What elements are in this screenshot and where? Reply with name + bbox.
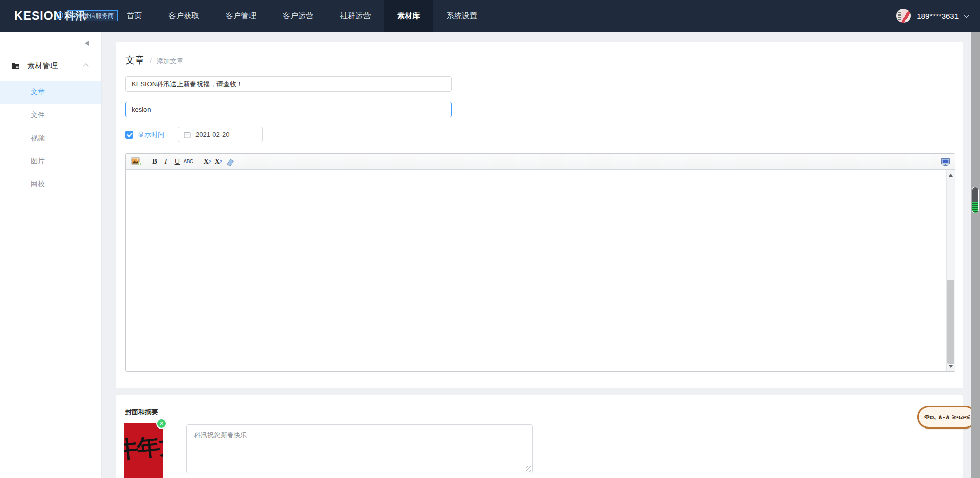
monitor-icon [941, 158, 950, 166]
badge-label: 企业微信服务商 [67, 10, 118, 21]
keyword-input[interactable]: kesion [125, 102, 452, 117]
insert-image-button[interactable] [130, 156, 141, 168]
remove-format-button[interactable] [224, 156, 235, 168]
main-nav: 首页 客户获取 客户管理 客户运营 社群运营 素材库 系统设置 [113, 0, 491, 32]
toolbar-separator [198, 157, 198, 166]
kaomoji-text: Φo, ∧-∧ ≥•ω•≤ [924, 413, 970, 421]
toolbar-separator [145, 157, 145, 166]
subscript-button[interactable]: X2 [213, 156, 224, 168]
sidebar-item-online-school[interactable]: 网校 [0, 172, 101, 195]
chevron-up-icon [83, 63, 88, 69]
cover-image[interactable]: 牛年大吉 [124, 423, 163, 478]
nav-item-customer-management[interactable]: 客户管理 [212, 0, 270, 32]
page-scrollbar[interactable] [971, 32, 980, 478]
page-scrollbar-thumb[interactable] [972, 187, 979, 213]
breadcrumb-separator: / [150, 57, 152, 65]
breadcrumb-current: 添加文章 [157, 57, 183, 66]
user-phone: 189****3631 [917, 12, 959, 20]
keyword-input-value: kesion [132, 106, 151, 113]
show-time-checkbox[interactable] [125, 131, 133, 139]
sidebar-menu: 文章 文件 视频 图片 网校 [0, 81, 101, 195]
nav-item-home[interactable]: 首页 [113, 0, 155, 32]
editor-scrollbar-thumb[interactable] [947, 280, 954, 364]
nav-item-material-library[interactable]: 素材库 [384, 0, 433, 32]
superscript-base: X [204, 158, 209, 166]
superscript-button[interactable]: X2 [202, 156, 213, 168]
editor-content[interactable] [126, 170, 946, 371]
cover-image-text: 牛年大吉 [124, 424, 163, 466]
rich-text-editor: B I U ABC X2 X2 [125, 153, 955, 372]
scroll-up-button[interactable] [947, 171, 955, 179]
sidebar-group-material-management[interactable]: 素材管理 [0, 58, 101, 73]
strikethrough-button[interactable]: ABC [183, 156, 194, 168]
screen: { "colors": { "accent": "#3f9bfb", "navb… [0, 0, 980, 478]
calendar-icon [184, 131, 191, 138]
triangle-down-icon [949, 365, 953, 368]
fullscreen-button[interactable] [940, 156, 951, 168]
editor-scrollbar [946, 170, 955, 371]
image-icon [131, 157, 141, 166]
sidebar-item-images[interactable]: 图片 [0, 149, 101, 172]
subscript-exp: 2 [220, 159, 223, 164]
wechat-service-badge: 企业微信服务商 [55, 10, 118, 22]
show-time-row: 显示时间 2021-02-20 [125, 127, 263, 142]
remove-cover-button[interactable]: ✕ [156, 418, 167, 429]
breadcrumb-section[interactable]: 文章 [125, 54, 144, 67]
top-navbar: KESION 科汛 企业微信服务商 首页 客户获取 客户管理 客户运营 社群运营… [0, 0, 980, 32]
text-cursor [152, 106, 152, 113]
article-title-input[interactable]: KESION科汛送上新春祝福，请查收！ [125, 76, 452, 92]
cover-section-label: 封面和摘要 [125, 408, 158, 417]
date-value: 2021-02-20 [195, 131, 230, 138]
underline-button[interactable]: U [172, 156, 183, 168]
article-form-card: 文章 / 添加文章 KESION科汛送上新春祝福，请查收！ kesion 显示时… [116, 42, 963, 388]
chevron-down-icon [964, 12, 969, 18]
subscript-base: X [215, 158, 220, 166]
italic-button[interactable]: I [160, 156, 172, 168]
user-menu[interactable]: 189****3631 [896, 0, 968, 32]
sidebar-item-videos[interactable]: 视频 [0, 127, 101, 149]
chat-bubble-icon [55, 11, 65, 21]
editor-toolbar: B I U ABC X2 X2 [126, 154, 955, 170]
folder-icon [11, 62, 20, 69]
sidebar: 素材管理 文章 文件 视频 图片 网校 [0, 32, 101, 478]
show-time-label[interactable]: 显示时间 [138, 130, 164, 139]
sidebar-item-files[interactable]: 文件 [0, 104, 101, 127]
nav-item-customer-operation[interactable]: 客户运营 [270, 0, 327, 32]
eraser-icon [225, 158, 234, 166]
nav-item-customer-acquisition[interactable]: 客户获取 [155, 0, 212, 32]
superscript-exp: 2 [209, 159, 211, 164]
kaomoji-widget[interactable]: Φo, ∧-∧ ≥•ω•≤ [917, 406, 977, 429]
sidebar-collapse-icon[interactable] [85, 41, 89, 46]
nav-item-system-settings[interactable]: 系统设置 [433, 0, 491, 32]
sidebar-group-label: 素材管理 [27, 61, 58, 71]
breadcrumb: 文章 / 添加文章 [125, 54, 183, 67]
avatar [896, 9, 911, 23]
summary-textarea[interactable]: 科汛祝您新春快乐 [186, 424, 533, 473]
bold-button[interactable]: B [149, 156, 160, 168]
date-picker[interactable]: 2021-02-20 [178, 127, 263, 142]
sidebar-item-articles[interactable]: 文章 [0, 81, 101, 104]
scroll-down-button[interactable] [947, 362, 955, 370]
cover-summary-card: 封面和摘要 牛年大吉 ✕ 科汛祝您新春快乐 [116, 395, 963, 478]
triangle-up-icon [949, 174, 953, 177]
nav-item-community-operation[interactable]: 社群运营 [327, 0, 384, 32]
